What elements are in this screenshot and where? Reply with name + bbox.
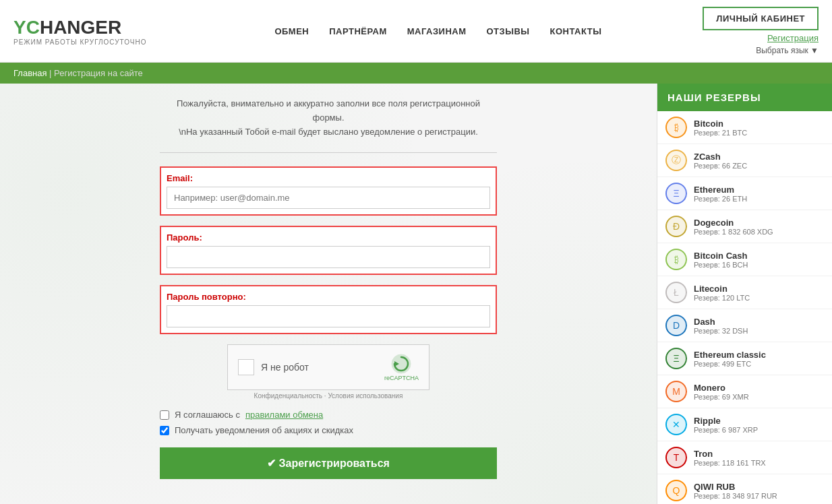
reserve-info: Ethereum Резерв: 26 ETH	[694, 185, 824, 203]
password-label: Пароль:	[167, 232, 490, 243]
breadcrumb: Главная | Регистрация на сайте	[0, 63, 832, 84]
reserve-name: ZCash	[694, 152, 824, 162]
nav-shops[interactable]: МАГАЗИНАМ	[407, 26, 467, 36]
captcha-checkbox[interactable]	[238, 359, 254, 375]
reserve-icon: T	[665, 447, 687, 468]
reserve-info: Tron Резерв: 118 161 TRX	[694, 449, 824, 467]
form-description: Пожалуйста, внимательно и аккуратно запо…	[160, 97, 497, 139]
reserve-name: QIWI RUB	[694, 482, 824, 492]
logo-area: YCHANGER РЕЖИМ РАБОТЫ КРУГЛОСУТОЧНО	[13, 17, 146, 46]
logo-subtitle: РЕЖИМ РАБОТЫ КРУГЛОСУТОЧНО	[13, 38, 146, 46]
reserve-name: Dash	[694, 317, 824, 327]
captcha-label: Я не робот	[261, 362, 378, 373]
reserve-info: Bitcoin Cash Резерв: 16 BCH	[694, 251, 824, 269]
submit-button[interactable]: ✔ Зарегистрироваться	[160, 447, 497, 479]
rules-link[interactable]: правилами обмена	[245, 410, 323, 420]
reserve-amount: Резерв: 32 DSH	[694, 327, 824, 335]
captcha-links: Конфиденциальность · Условия использован…	[254, 392, 403, 400]
reserve-icon: ✕	[665, 414, 687, 435]
reserve-name: Monero	[694, 383, 824, 393]
reserve-name: Tron	[694, 449, 824, 459]
reserve-icon: Q	[665, 480, 687, 501]
reserve-info: Dogecoin Резерв: 1 832 608 XDG	[694, 218, 824, 236]
reserve-icon: ₿	[665, 117, 687, 138]
agree-text: Я соглашаюсь с	[175, 410, 240, 420]
reserve-info: Bitcoin Резерв: 21 BTC	[694, 119, 824, 137]
reserve-name: Ethereum classic	[694, 350, 824, 360]
reserve-icon: Ð	[665, 216, 687, 237]
email-field-group: Email:	[160, 166, 497, 216]
header-right: ЛИЧНЫЙ КАБИНЕТ Регистрация Выбрать язык …	[703, 7, 819, 55]
reserve-info: Monero Резерв: 69 XMR	[694, 383, 824, 401]
reserve-info: Ripple Резерв: 6 987 XRP	[694, 416, 824, 434]
captcha-logo: reCAPTCHA	[384, 353, 419, 381]
password-input[interactable]	[167, 246, 490, 268]
email-input[interactable]	[167, 187, 490, 209]
notifications-label: Получать уведомления об акциях и скидках	[175, 425, 353, 435]
reserve-icon: Ł	[665, 282, 687, 303]
reserve-amount: Резерв: 18 348 917 RUR	[694, 492, 824, 500]
register-link[interactable]: Регистрация	[767, 33, 819, 43]
reserve-amount: Резерв: 118 161 TRX	[694, 459, 824, 467]
breadcrumb-current: Регистрация на сайте	[54, 68, 143, 78]
cabinet-button[interactable]: ЛИЧНЫЙ КАБИНЕТ	[703, 7, 819, 30]
breadcrumb-home[interactable]: Главная	[13, 68, 47, 78]
reserve-icon: Ξ	[665, 348, 687, 369]
notifications-checkbox[interactable]	[160, 426, 169, 435]
reserve-item: M Monero Резерв: 69 XMR	[657, 375, 832, 408]
reserve-item: Ⓩ ZCash Резерв: 66 ZEC	[657, 144, 832, 177]
content-area: Пожалуйста, внимательно и аккуратно запо…	[0, 84, 657, 504]
reserve-item: Ł Litecoin Резерв: 120 LTC	[657, 276, 832, 309]
header: YCHANGER РЕЖИМ РАБОТЫ КРУГЛОСУТОЧНО ОБМЕ…	[0, 0, 832, 63]
password-confirm-label: Пароль повторно:	[167, 292, 490, 302]
reserve-item: Ξ Ethereum Резерв: 26 ETH	[657, 177, 832, 210]
reserve-amount: Резерв: 16 BCH	[694, 261, 824, 269]
captcha-area: Я не робот reCAPTCHA Конфиденциальность …	[160, 344, 497, 400]
reserve-icon: Ξ	[665, 183, 687, 204]
language-selector[interactable]: Выбрать язык ▼	[756, 46, 819, 55]
reserve-item: ₿ Bitcoin Резерв: 21 BTC	[657, 111, 832, 144]
password-confirm-input[interactable]	[167, 305, 490, 327]
reserves-sidebar: НАШИ РЕЗЕРВЫ ₿ Bitcoin Резерв: 21 BTC Ⓩ …	[657, 84, 832, 504]
registration-form-container: Пожалуйста, внимательно и аккуратно запо…	[160, 97, 497, 479]
captcha-brand-label: reCAPTCHA	[384, 375, 419, 381]
reserve-icon: ₿	[665, 249, 687, 270]
reserve-item: Ξ Ethereum classic Резерв: 499 ETC	[657, 342, 832, 375]
reserve-name: Dogecoin	[694, 218, 824, 228]
reserve-name: Litecoin	[694, 284, 824, 294]
reserve-info: ZCash Резерв: 66 ZEC	[694, 152, 824, 170]
reserve-name: Bitcoin Cash	[694, 251, 824, 261]
reserve-icon: D	[665, 315, 687, 336]
password-confirm-field-group: Пароль повторно:	[160, 285, 497, 334]
reserve-name: Ripple	[694, 416, 824, 426]
reserve-amount: Резерв: 66 ZEC	[694, 162, 824, 170]
reserve-icon: M	[665, 381, 687, 402]
reserve-item: Q QIWI RUB Резерв: 18 348 917 RUR	[657, 474, 832, 504]
logo: YCHANGER	[13, 17, 146, 38]
reserve-item: D Dash Резерв: 32 DSH	[657, 309, 832, 342]
main-nav: ОБМЕН ПАРТНЁРАМ МАГАЗИНАМ ОТЗЫВЫ КОНТАКТ…	[173, 26, 703, 36]
agree-checkbox[interactable]	[160, 410, 169, 420]
reserve-info: Dash Резерв: 32 DSH	[694, 317, 824, 335]
nav-exchange[interactable]: ОБМЕН	[274, 26, 309, 36]
reserve-amount: Резерв: 6 987 XRP	[694, 426, 824, 434]
form-divider	[160, 152, 497, 153]
nav-reviews[interactable]: ОТЗЫВЫ	[486, 26, 529, 36]
reserve-list: ₿ Bitcoin Резерв: 21 BTC Ⓩ ZCash Резерв:…	[657, 111, 832, 504]
reserve-amount: Резерв: 21 BTC	[694, 129, 824, 137]
reserve-name: Bitcoin	[694, 119, 824, 129]
reserve-amount: Резерв: 120 LTC	[694, 294, 824, 302]
main-layout: Пожалуйста, внимательно и аккуратно запо…	[0, 84, 832, 504]
reserve-info: QIWI RUB Резерв: 18 348 917 RUR	[694, 482, 824, 500]
reserve-icon: Ⓩ	[665, 150, 687, 171]
captcha-box: Я не робот reCAPTCHA	[227, 344, 429, 390]
reserve-info: Ethereum classic Резерв: 499 ETC	[694, 350, 824, 368]
reserve-amount: Резерв: 26 ETH	[694, 195, 824, 203]
reserve-amount: Резерв: 1 832 608 XDG	[694, 228, 824, 236]
nav-partners[interactable]: ПАРТНЁРАМ	[329, 26, 387, 36]
nav-contacts[interactable]: КОНТАКТЫ	[550, 26, 602, 36]
reserves-title: НАШИ РЕЗЕРВЫ	[657, 84, 832, 111]
recaptcha-icon	[390, 353, 412, 375]
reserve-item: Ð Dogecoin Резерв: 1 832 608 XDG	[657, 210, 832, 243]
email-label: Email:	[167, 173, 490, 183]
